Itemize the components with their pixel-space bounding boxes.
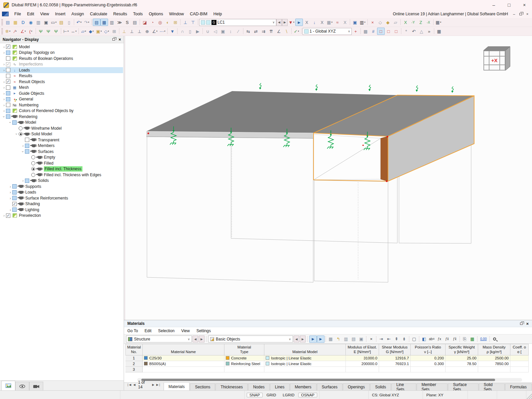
nodal-support-icon[interactable]: ⊥ [120, 28, 128, 35]
basic-objects-next-button[interactable]: ▶ [300, 335, 306, 342]
export-excel-icon[interactable]: ▦ [468, 335, 476, 343]
checkbox[interactable] [6, 91, 10, 95]
select-in-table-icon[interactable]: ► [309, 335, 317, 343]
tree-item-label[interactable]: Mesh [19, 85, 30, 90]
tree-item-label[interactable]: Empty [44, 155, 57, 160]
tree-item-display-topology-on[interactable]: ›Display Topology on [0, 50, 124, 56]
tree-item-colors-of-rendered-objects-by[interactable]: ›Colors of Rendered Objects by [0, 108, 124, 114]
zoom-cancel-icon[interactable]: × [369, 19, 376, 26]
radio-button[interactable] [19, 126, 23, 130]
structure-next-button[interactable]: ▶ [199, 335, 204, 342]
maximize-button[interactable]: □ [501, 0, 517, 10]
table-cell[interactable] [143, 367, 224, 372]
table-cell[interactable]: B500S(A) [143, 361, 224, 367]
table-cell[interactable] [510, 361, 529, 367]
chevron-right-icon[interactable]: › [8, 190, 12, 194]
pan-view-icon[interactable]: ◐ [164, 19, 172, 26]
tree-item-empty[interactable]: Empty [0, 155, 124, 161]
view-minus-x-icon[interactable]: -X [425, 19, 432, 26]
chevron-right-icon[interactable]: › [8, 208, 12, 212]
tree-item-transparent[interactable]: Transparent [0, 137, 124, 143]
minimize-button[interactable]: – [486, 0, 501, 10]
new-rib-icon[interactable]: Ψ [52, 28, 60, 35]
eccentricity-icon[interactable]: ∠▾ [151, 28, 159, 35]
tree-item-label[interactable]: Model [19, 44, 31, 50]
navigator-close-icon[interactable]: × [118, 37, 121, 42]
redo-icon[interactable]: ↷▾ [83, 19, 90, 26]
table-cell[interactable]: Reinforcing Steel [224, 361, 264, 367]
render-video-icon[interactable]: ▶ [194, 28, 201, 35]
new-line-icon[interactable]: ∕▾ [12, 28, 19, 35]
table-tab-formulas[interactable]: Formulas [505, 383, 532, 390]
display-navigator-tab[interactable] [1, 381, 15, 390]
fx-icon[interactable]: ƒx [436, 335, 443, 343]
tree-item-label[interactable]: Rendering [19, 114, 39, 119]
align-up-icon[interactable]: ⇈ [267, 28, 275, 35]
menu-view[interactable]: View [37, 10, 52, 18]
table-cell[interactable]: C25/30 [143, 355, 224, 361]
tree-item-label[interactable]: Transparent [38, 137, 61, 143]
table-tab-line-sets[interactable]: Line Sets [391, 383, 416, 390]
chevron-right-icon[interactable]: › [2, 62, 6, 66]
materials-menu-go-to[interactable]: Go To [124, 327, 141, 334]
speaker-box-icon[interactable]: ▣ [219, 28, 227, 35]
dlubal-connect-icon[interactable]: D [19, 19, 27, 26]
tree-item-members[interactable]: ›Members [0, 143, 124, 149]
tree-item-label[interactable]: Solid Model [31, 131, 54, 137]
project-manager-icon[interactable]: ▥ [35, 19, 42, 26]
new-opening-icon[interactable]: ▣▾ [95, 28, 103, 35]
new-model-icon[interactable]: ▤ [4, 19, 12, 26]
move-row-down-icon[interactable]: ⇟ [400, 335, 408, 343]
tree-item-rendering[interactable]: ›Rendering [0, 114, 124, 120]
radio-button[interactable] [31, 173, 35, 177]
basic-objects-prev-button[interactable]: ◀ [294, 335, 299, 342]
select-pointer-icon[interactable]: ► [295, 19, 303, 26]
chevron-right-icon[interactable]: › [8, 185, 12, 189]
tree-item-solids[interactable]: ›Solids [0, 178, 124, 184]
more-tools-icon[interactable]: » [425, 28, 433, 35]
chevron-right-icon[interactable]: › [2, 109, 6, 113]
new-solid-icon[interactable]: ◆▾ [87, 28, 95, 35]
next-page-icon[interactable]: ▶ [152, 383, 155, 386]
panel-float-icon[interactable] [517, 11, 524, 17]
half-view-icon[interactable]: ◧ [420, 335, 428, 343]
materials-close-icon[interactable]: × [526, 321, 529, 326]
tree-item-supports[interactable]: ›Supports [0, 184, 124, 190]
view-minus-y-icon[interactable]: -Y [409, 19, 417, 26]
tree-item-mesh[interactable]: ›▦Mesh [0, 85, 124, 91]
tree-item-label[interactable]: Imperfections [19, 62, 44, 67]
table-cell[interactable] [411, 367, 446, 372]
tree-item-label[interactable]: Surface Reinforcements [25, 196, 69, 201]
checkbox[interactable] [25, 144, 29, 148]
angle-snap-icon[interactable]: ° [402, 28, 410, 35]
tables-panel-icon[interactable]: ▦ [435, 28, 443, 35]
radio-button[interactable] [31, 161, 35, 165]
chevron-down-icon[interactable]: › [2, 115, 6, 119]
menu-results[interactable]: Results [110, 10, 130, 18]
table-cell[interactable]: Concrete [224, 355, 264, 361]
table-cell[interactable] [510, 355, 529, 361]
view-copy-icon[interactable]: ▱ [392, 19, 399, 26]
table-cell[interactable]: Isotropic | Linear Elastic [264, 355, 346, 361]
save-icon[interactable]: ▣ [42, 19, 50, 26]
report-icon[interactable]: ▯ [65, 19, 73, 26]
table-cell[interactable]: 31000.0 [346, 355, 379, 361]
table-cell[interactable] [379, 367, 411, 372]
panel-close-icon[interactable]: × [524, 11, 531, 17]
new-member-icon[interactable]: Ψ [37, 28, 45, 35]
work-plane-xz-icon[interactable]: □ [392, 28, 400, 35]
checkbox[interactable] [12, 207, 17, 212]
chevron-right-icon[interactable]: › [2, 213, 6, 217]
checkbox[interactable]: ✓ [6, 45, 10, 49]
orbit-view-icon[interactable]: ◎ [156, 19, 164, 26]
tree-item-loads[interactable]: ›Loads [0, 190, 124, 196]
dimension-xx-icon[interactable]: ↔▾ [70, 28, 77, 35]
table-tab-solids[interactable]: Solids [370, 383, 391, 390]
window-mode-icon[interactable]: ▢ [410, 335, 418, 343]
menu-file[interactable]: File [11, 10, 24, 18]
tree-item-label[interactable]: Solids [38, 178, 50, 183]
checkbox[interactable] [6, 97, 10, 101]
console-icon[interactable]: ≫ [116, 19, 123, 26]
checkbox[interactable] [6, 103, 10, 107]
checkbox[interactable] [12, 184, 17, 189]
